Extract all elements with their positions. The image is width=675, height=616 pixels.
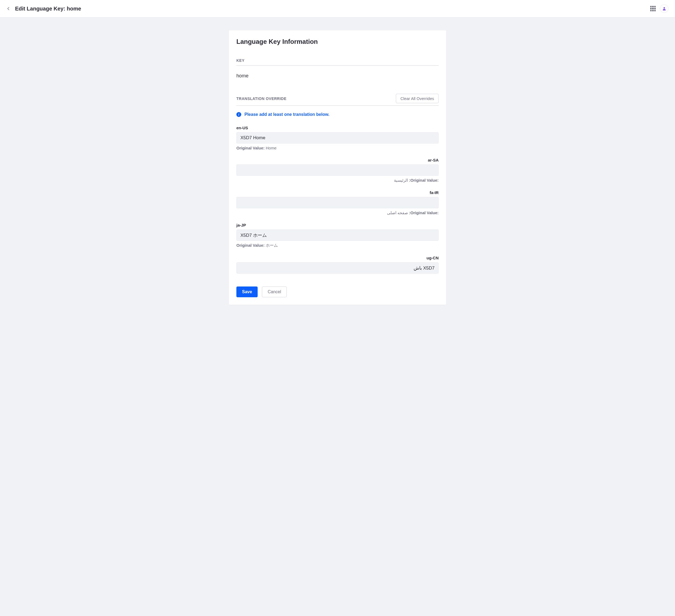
- info-icon: i: [236, 112, 241, 117]
- original-value-fa-ir: صفحه اصلی :Original Value:: [236, 210, 439, 215]
- back-button[interactable]: [6, 6, 11, 11]
- translation-field-fa-ir: fa-IR صفحه اصلی :Original Value:: [236, 190, 439, 215]
- user-icon: [662, 6, 666, 11]
- original-value-en-us: Original Value: Home: [236, 146, 439, 150]
- info-alert-text: Please add at least one translation belo…: [244, 112, 329, 117]
- header-bar: Edit Language Key: home: [0, 0, 675, 17]
- input-en-us[interactable]: [236, 132, 439, 144]
- field-label-ug-cn: ug-CN: [236, 256, 439, 260]
- header-right: [650, 4, 669, 13]
- field-label-fa-ir: fa-IR: [236, 190, 439, 195]
- info-alert: i Please add at least one translation be…: [236, 112, 439, 117]
- form-card: Language Key Information KEY home TRANSL…: [229, 30, 446, 305]
- svg-point-0: [663, 7, 665, 9]
- original-value-label: Original Value:: [236, 146, 265, 150]
- input-ja-jp[interactable]: [236, 230, 439, 241]
- original-value-label: Original Value:: [236, 243, 265, 248]
- card-title: Language Key Information: [236, 38, 439, 46]
- apps-menu-icon[interactable]: [650, 6, 656, 11]
- original-value-ja-jp: Original Value: ホーム: [236, 243, 439, 248]
- input-fa-ir[interactable]: [236, 197, 439, 208]
- translation-field-ug-cn: ug-CN: [236, 256, 439, 274]
- key-value: home: [236, 73, 439, 79]
- key-section-label: KEY: [236, 58, 439, 63]
- translation-field-en-us: en-US Original Value: Home: [236, 125, 439, 150]
- original-value-ar-sa: الرئيسية :Original Value:: [236, 178, 439, 183]
- original-value-text-ar-sa: الرئيسية: [394, 178, 408, 182]
- user-avatar[interactable]: [660, 4, 669, 13]
- cancel-button[interactable]: Cancel: [262, 286, 287, 297]
- page-title: Edit Language Key: home: [15, 6, 81, 12]
- header-left: Edit Language Key: home: [6, 6, 81, 12]
- translation-field-ar-sa: ar-SA الرئيسية :Original Value:: [236, 158, 439, 183]
- translation-field-ja-jp: ja-JP Original Value: ホーム: [236, 223, 439, 248]
- input-ar-sa[interactable]: [236, 165, 439, 176]
- field-label-en-us: en-US: [236, 125, 439, 130]
- chevron-left-icon: [7, 7, 10, 10]
- key-section-header: KEY: [236, 58, 439, 66]
- field-label-ja-jp: ja-JP: [236, 223, 439, 228]
- original-value-label: :Original Value:: [409, 210, 439, 215]
- original-value-text-fa-ir: صفحه اصلی: [387, 210, 408, 215]
- override-section-header: TRANSLATION OVERRIDE Clear All Overrides: [236, 94, 439, 106]
- override-section-label: TRANSLATION OVERRIDE: [236, 96, 286, 101]
- form-actions: Save Cancel: [236, 286, 439, 297]
- input-ug-cn[interactable]: [236, 262, 439, 274]
- content-wrapper: Language Key Information KEY home TRANSL…: [0, 17, 675, 318]
- save-button[interactable]: Save: [236, 286, 257, 297]
- original-value-label: :Original Value:: [409, 178, 439, 182]
- field-label-ar-sa: ar-SA: [236, 158, 439, 162]
- original-value-text-en-us: Home: [266, 146, 277, 150]
- original-value-text-ja-jp: ホーム: [266, 243, 278, 248]
- clear-all-overrides-button[interactable]: Clear All Overrides: [396, 94, 439, 103]
